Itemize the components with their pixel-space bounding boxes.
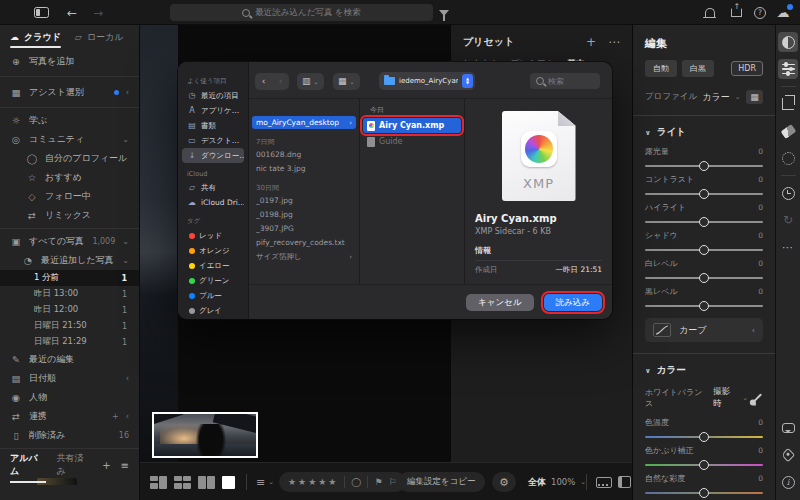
info-rail-button[interactable]: i: [778, 472, 798, 492]
slider-knob[interactable]: [699, 189, 709, 199]
sidebar-toggle-button[interactable]: [30, 0, 52, 25]
finder-tag-item[interactable]: グレイ: [182, 303, 244, 318]
file-row[interactable]: 7日間: [252, 136, 356, 147]
finder-tag-item[interactable]: イエロー: [182, 258, 244, 273]
view-square-grid-button[interactable]: [174, 463, 191, 500]
pick-flag-icon[interactable]: ⚑: [374, 477, 382, 487]
dialog-search-input[interactable]: 検索: [530, 70, 600, 92]
forward-button[interactable]: →: [90, 0, 106, 25]
group-by-button[interactable]: ▦⌄: [333, 70, 360, 92]
share-button[interactable]: [728, 0, 744, 25]
file-row[interactable]: _0198.jpg: [252, 208, 356, 221]
unflagged-icon[interactable]: ⚐: [389, 477, 397, 487]
sidebar-item-assisted-culling[interactable]: ▦アシスト選別‹: [0, 80, 139, 104]
recent-time-row[interactable]: 日曜日 21:291: [0, 334, 139, 350]
file-row[interactable]: Airy Cyan.xmp: [363, 118, 461, 133]
finder-sidebar-item[interactable]: ▤書類: [182, 118, 244, 133]
tab-shared[interactable]: 共有済み: [56, 452, 92, 478]
slider-knob[interactable]: [699, 161, 709, 171]
finder-sidebar-item[interactable]: ◷最近の項目: [182, 88, 244, 103]
slider-knob[interactable]: [699, 217, 709, 227]
community-sub-item[interactable]: ◇フォロー中: [0, 187, 139, 206]
slider-knob[interactable]: [699, 301, 709, 311]
plus-icon[interactable]: +: [112, 412, 119, 421]
tab-albums[interactable]: アルバム: [10, 452, 46, 478]
hdr-button[interactable]: HDR: [731, 61, 763, 76]
finder-sidebar-item[interactable]: ▱共有: [182, 180, 244, 195]
notifications-button[interactable]: [702, 0, 718, 25]
copy-edit-settings-button[interactable]: 編集設定をコピー: [398, 463, 485, 500]
finder-tag-item[interactable]: ブルー: [182, 288, 244, 303]
create-preset-icon[interactable]: +: [586, 35, 596, 49]
file-row[interactable]: 001628.dng: [252, 148, 356, 161]
keywords-rail-button[interactable]: [778, 445, 798, 465]
heal-rail-button[interactable]: [778, 121, 798, 141]
slider-knob[interactable]: [699, 488, 709, 498]
view-photo-grid-button[interactable]: [150, 463, 167, 500]
cancel-button[interactable]: キャンセル: [466, 294, 534, 311]
finder-tag-item[interactable]: オレンジ: [182, 243, 244, 258]
file-row[interactable]: サイズ箔押し›: [252, 250, 356, 263]
cloud-sync-button[interactable]: ☁: [774, 0, 792, 25]
tab-local[interactable]: ▱ローカル: [75, 25, 124, 49]
view-mode-button[interactable]: ▥⌄: [297, 70, 324, 92]
profile-value[interactable]: カラー: [702, 91, 729, 104]
recent-time-row[interactable]: 昨日 12:001: [0, 302, 139, 318]
file-row[interactable]: nic tate 3.jpg: [252, 162, 356, 175]
finder-sidebar-item[interactable]: ▭デスクト…: [182, 133, 244, 148]
tab-cloud[interactable]: ☁クラウド: [10, 25, 61, 49]
back-button[interactable]: ←: [64, 0, 80, 25]
recent-time-row[interactable]: 日曜日 21:501: [0, 318, 139, 334]
more-rail-button[interactable]: ⋯: [778, 237, 798, 257]
slider-knob[interactable]: [699, 432, 709, 442]
split-view-button[interactable]: [618, 463, 631, 500]
finder-tag-item[interactable]: レッド: [182, 228, 244, 243]
file-row[interactable]: mo_AiryCyan_desktop›: [252, 116, 356, 129]
slider-knob[interactable]: [699, 460, 709, 470]
file-row[interactable]: pify_recovery_codes.txt: [252, 236, 356, 249]
profile-browser-icon[interactable]: ▦: [746, 90, 763, 104]
add-album-icon[interactable]: +: [102, 460, 110, 471]
bw-button[interactable]: 白黒: [682, 60, 714, 77]
star-rating[interactable]: ★★★★★: [288, 477, 338, 487]
finder-sidebar-item[interactable]: Aアプリケ…: [182, 103, 244, 118]
sidebar-item-by-date[interactable]: ▤日付順‹: [0, 369, 139, 388]
recent-time-row[interactable]: 1 分前1: [0, 270, 139, 286]
edit-rail-button[interactable]: [778, 59, 798, 79]
sort-button[interactable]: ≡⌄: [256, 463, 274, 500]
album-list-icon[interactable]: ≡: [121, 460, 129, 471]
light-section-header[interactable]: ∨ライト: [645, 126, 763, 139]
finder-sidebar-item[interactable]: ↓ダウンロー…: [182, 148, 244, 163]
slider-knob[interactable]: [699, 273, 709, 283]
sidebar-item-connections[interactable]: ⇄連携+‹: [0, 407, 139, 426]
view-compare-button[interactable]: [198, 463, 215, 500]
zoom-control[interactable]: 全体 100% ⌄: [528, 463, 586, 500]
slider-knob[interactable]: [699, 245, 709, 255]
filter-button[interactable]: [437, 0, 451, 25]
presets-rail-button[interactable]: [778, 32, 798, 52]
refresh-rail-button[interactable]: ↻: [778, 210, 798, 230]
import-button[interactable]: 読み込み: [544, 294, 602, 311]
comments-rail-button[interactable]: [778, 418, 798, 438]
sidebar-item-deleted[interactable]: ▯削除済み16: [0, 426, 139, 445]
file-row[interactable]: _0197.jpg: [252, 194, 356, 207]
versions-rail-button[interactable]: [778, 183, 798, 203]
eyedropper-icon[interactable]: [753, 393, 762, 402]
help-button[interactable]: ?: [752, 0, 768, 25]
sidebar-item-recent-edits[interactable]: ✎最近の編集: [0, 350, 139, 369]
recent-time-row[interactable]: 昨日 13:001: [0, 286, 139, 302]
back-button[interactable]: ‹: [255, 76, 272, 86]
add-photos-button[interactable]: ⊕写真を追加: [0, 49, 139, 73]
sidebar-item-community[interactable]: ◎コミュニティ⌄: [0, 130, 139, 149]
folder-dropdown[interactable]: iedemo_AiryCyan_deskt... ▲▼: [379, 70, 475, 92]
settings-gear-button[interactable]: ⚙: [492, 463, 516, 500]
sidebar-item-learn[interactable]: ☼学ぶ: [0, 111, 139, 130]
crop-rail-button[interactable]: [778, 94, 798, 114]
file-row[interactable]: Guide: [363, 134, 461, 149]
reject-circle-icon[interactable]: ◯: [351, 477, 361, 487]
view-detail-button[interactable]: [222, 463, 239, 500]
finder-tag-item[interactable]: グリーン: [182, 273, 244, 288]
forward-button[interactable]: ›: [272, 76, 289, 86]
white-balance-value[interactable]: 撮影時: [713, 386, 738, 410]
community-sub-item[interactable]: ⇄リミックス: [0, 206, 139, 225]
